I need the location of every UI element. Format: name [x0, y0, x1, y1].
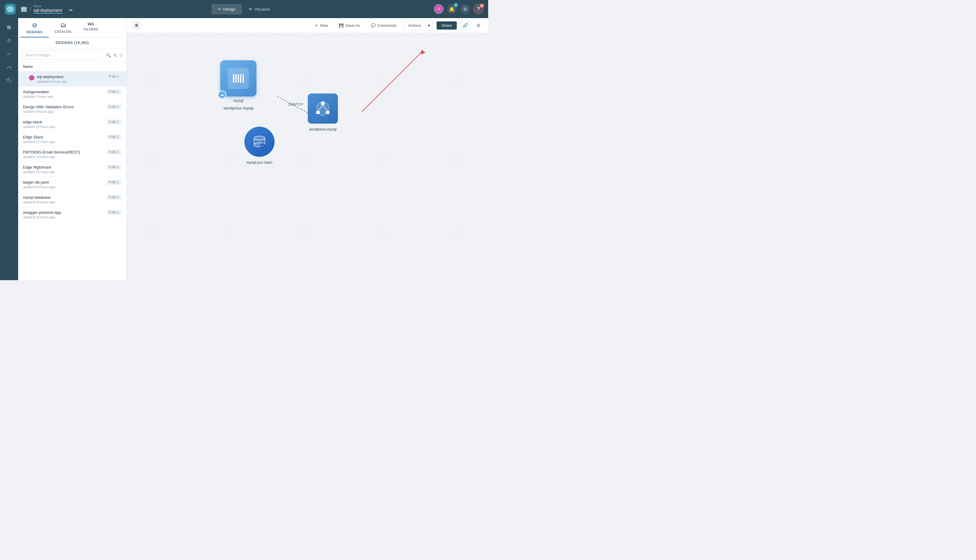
- search-input[interactable]: [22, 51, 103, 59]
- svg-text:i: i: [262, 144, 263, 147]
- list-item[interactable]: ⋮ sql-deployment updated an hour ago PUB…: [18, 72, 127, 87]
- share-btn[interactable]: Share: [437, 22, 457, 30]
- public-badge: PUBLIC: [107, 120, 122, 124]
- tab-catalog[interactable]: 🗂 CATALOG: [48, 18, 78, 37]
- project-name[interactable]: sql-deployment: [33, 8, 62, 13]
- project-name-group: Name sql-deployment: [33, 5, 62, 13]
- item-time: updated an hour ago: [37, 80, 104, 83]
- public-badge: PUBLIC: [107, 210, 122, 215]
- sidebar-item-curve[interactable]: [3, 62, 15, 72]
- pvc-node[interactable]: i mysql-pvc-claim: [244, 127, 275, 165]
- list-item[interactable]: mysql-database updated 15 hours ago PUBL…: [18, 192, 127, 207]
- name-label: Name: [33, 5, 62, 8]
- building-icon: 🏢: [20, 6, 27, 12]
- connections-svg: 3306/TCP: [127, 33, 488, 280]
- settings-nav-btn[interactable]: ⚙: [460, 4, 470, 14]
- design-tab-icon: ✏: [218, 7, 222, 12]
- new-btn[interactable]: ✏ New: [311, 22, 332, 30]
- mysql-sublabel: mysql: [233, 98, 244, 103]
- svg-rect-4: [238, 74, 239, 83]
- list-item[interactable]: ledger-db.yaml updated 14 hours ago PUBL…: [18, 177, 127, 192]
- help-icon: ?: [477, 6, 480, 12]
- item-name: Edge Nightmare: [23, 165, 104, 170]
- item-content: Autogenerated updated 3 hours ago: [23, 90, 104, 98]
- mysql-icon-container: [228, 68, 249, 89]
- svg-rect-6: [243, 74, 244, 83]
- search-row: 🔍 ⇅ ▽: [18, 48, 127, 62]
- list-item[interactable]: edge-stack updated 13 hours ago PUBLIC: [18, 117, 127, 132]
- item-content: Edge Nightmare updated 14 hours ago: [23, 165, 104, 174]
- service-node-label: wordpress-mysql: [309, 127, 337, 132]
- wp-mysql-service-node[interactable]: wordpress-mysql: [308, 93, 338, 132]
- service-node-box: [308, 93, 338, 123]
- pvc-node-label: mysql-pvc-claim: [247, 160, 272, 165]
- tab-design[interactable]: ✏ Design: [212, 4, 242, 14]
- drag-handle-icon: ⋮: [23, 75, 27, 79]
- item-name: edge-stack: [23, 120, 104, 124]
- search-icon[interactable]: 🔍: [106, 53, 111, 58]
- sidebar-icons: ⊞ ⚙ ✂ 🔌 📍 ? v0.7.78: [0, 18, 18, 280]
- item-time: updated 13 hours ago: [23, 140, 104, 143]
- link-btn[interactable]: 🔗: [460, 21, 470, 30]
- comments-btn[interactable]: 💬 Comments: [367, 22, 400, 30]
- canvas-area: ✱ ✏ New 💾 Save As 💬 Comments Actions ▾: [127, 18, 488, 280]
- sidebar-item-cut[interactable]: ✂: [3, 48, 15, 59]
- public-badge: PUBLIC: [107, 105, 122, 109]
- left-panel: ⊙ DESIGNS 🗂 CATALOG WA FILTERS DESIGNS (…: [18, 18, 127, 280]
- item-name: ledger-db.yaml: [23, 180, 104, 185]
- sidebar-item-settings[interactable]: ⚙: [3, 35, 15, 46]
- tab-visualize[interactable]: 👁 Visualize: [242, 4, 276, 14]
- canvas-viewport[interactable]: 3306/TCP: [127, 33, 488, 280]
- list-header: Name: [18, 62, 127, 72]
- save-as-btn[interactable]: 💾 Save As: [335, 22, 364, 30]
- sidebar-item-grid[interactable]: ⊞: [3, 22, 15, 33]
- annotation-svg: [127, 33, 488, 280]
- wordpress-mysql-node[interactable]: ☁ mysql wordpress-mysql: [220, 60, 257, 110]
- public-badge: PUBLIC: [107, 75, 122, 79]
- actions-chevron-btn[interactable]: ▾: [425, 21, 433, 30]
- item-content: Edge-Stack updated 13 hours ago: [23, 135, 104, 143]
- settings-icon: ⚙: [476, 23, 480, 28]
- actions-btn[interactable]: Actions: [404, 22, 426, 30]
- item-time: updated 14 hours ago: [23, 170, 104, 174]
- annotation-arrow-head: [421, 50, 425, 54]
- app-logo[interactable]: [5, 3, 16, 15]
- cloud-icon[interactable]: ☁: [68, 6, 73, 12]
- svg-rect-2: [233, 74, 234, 83]
- sort-icon[interactable]: ⇅: [113, 53, 117, 58]
- link-icon: 🔗: [462, 23, 468, 28]
- filters-tab-icon: WA: [88, 22, 94, 26]
- item-name: Design With Validation Errors: [23, 105, 104, 109]
- list-item[interactable]: Edge Nightmare updated 14 hours ago PUBL…: [18, 162, 127, 177]
- public-badge: PUBLIC: [107, 90, 122, 94]
- svg-rect-3: [235, 74, 237, 83]
- list-item[interactable]: Edge-Stack updated 13 hours ago PUBLIC: [18, 132, 127, 147]
- tab-designs[interactable]: ⊙ DESIGNS: [20, 18, 48, 37]
- public-badge: PUBLIC: [107, 135, 122, 139]
- tab-filters[interactable]: WA FILTERS: [78, 18, 104, 37]
- list-item[interactable]: swagger-petstore-app updated 16 hours ag…: [18, 207, 127, 222]
- asterisk-icon: ✱: [135, 23, 138, 28]
- item-time: updated 14 hours ago: [23, 185, 104, 189]
- svg-rect-9: [316, 111, 320, 114]
- item-name: mysql-database: [23, 195, 104, 200]
- item-content: ledger-db.yaml updated 14 hours ago: [23, 180, 104, 189]
- item-time: updated 15 hours ago: [23, 200, 104, 204]
- pencil-icon: ✏: [315, 23, 318, 28]
- filter-icon[interactable]: ▽: [120, 53, 123, 58]
- sidebar-item-plugin[interactable]: 🔌: [3, 75, 15, 86]
- notifications-btn[interactable]: 🔔 8: [447, 4, 457, 14]
- canvas-settings-btn[interactable]: ⚙: [474, 21, 483, 30]
- item-time: updated 13 hours ago: [23, 155, 104, 158]
- item-time: updated 9 hours ago: [23, 110, 104, 113]
- list-item[interactable]: FMTOK8S-Email-Service(REST) updated 13 h…: [18, 147, 127, 162]
- item-time: updated 3 hours ago: [23, 95, 104, 98]
- public-badge: PUBLIC: [107, 180, 122, 185]
- list-item[interactable]: Autogenerated updated 3 hours ago PUBLIC: [18, 87, 127, 102]
- canvas-config-btn[interactable]: ✱: [132, 21, 141, 30]
- avatar[interactable]: U: [434, 4, 444, 14]
- mysql-node-label: wordpress-mysql: [224, 106, 253, 110]
- mysql-icon: [231, 71, 245, 86]
- list-item[interactable]: Design With Validation Errors updated 9 …: [18, 102, 127, 117]
- help-btn[interactable]: ? 7: [474, 4, 483, 14]
